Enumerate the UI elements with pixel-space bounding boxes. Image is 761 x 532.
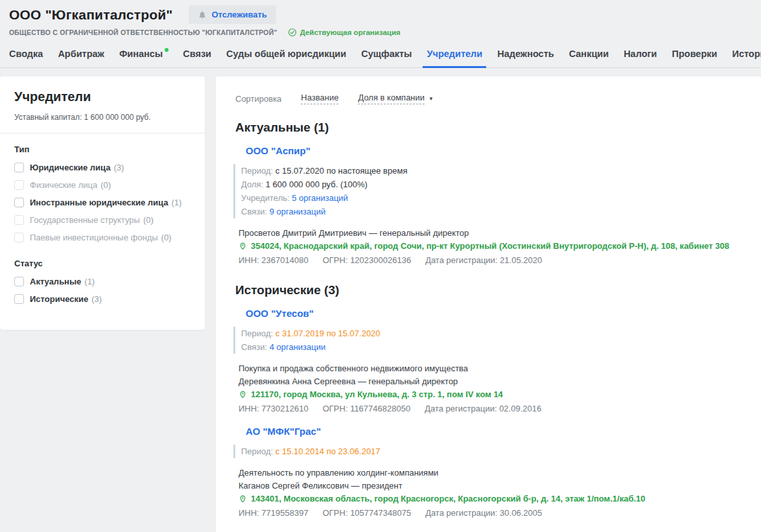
founders-count-link[interactable]: 5 организаций	[292, 193, 348, 203]
reg-label: Дата регистрации:	[425, 255, 497, 265]
reg-value: 7730212610	[261, 404, 308, 413]
filter-status-historical[interactable]: Исторические (3)	[14, 294, 191, 305]
fact-label: Период:	[241, 166, 273, 176]
reg-value: 2367014080	[261, 255, 308, 265]
filter-legal-entities[interactable]: Юридические лица (3)	[14, 163, 191, 173]
reg-value: 02.09.2016	[499, 404, 541, 413]
filter-label: Исторические	[30, 294, 88, 305]
tab-proverki[interactable]: Проверки	[672, 46, 718, 67]
address-text: 121170, город Москва, ул Кульнева, д. 3 …	[251, 388, 503, 401]
filter-individuals: Физические лица (0)	[14, 180, 191, 191]
page-header: ООО "Югкапиталстрой" Отслеживать ОБЩЕСТВ…	[0, 0, 761, 68]
checkbox-icon	[14, 233, 24, 242]
fact-label: Период:	[241, 329, 273, 338]
tab-svyazi[interactable]: Связи	[183, 46, 211, 67]
filter-count: (0)	[161, 233, 172, 243]
founder-entry-mfk-gras: АО "МФК"Грас" Период: с 15.10.2014 по 23…	[235, 426, 742, 520]
tab-bar: Сводка Арбитраж Финансы Связи Суды общей…	[0, 43, 761, 68]
founder-link[interactable]: ООО "Аспир"	[246, 145, 310, 156]
reg-label: ИНН:	[239, 255, 259, 265]
checkbox-icon[interactable]	[14, 163, 24, 172]
reg-item: ИНН: 2367014080	[239, 254, 309, 267]
tab-finansy[interactable]: Финансы	[119, 46, 163, 67]
follow-button[interactable]: Отслеживать	[189, 5, 276, 24]
filter-count: (0)	[100, 180, 111, 191]
filter-foreign-legal-entities[interactable]: Иностранные юридические лица (1)	[14, 198, 191, 208]
entry-body: Деятельность по управлению холдинг-компа…	[239, 467, 742, 520]
fact-value: 1 600 000 000 руб. (100%)	[266, 179, 368, 189]
location-pin-icon	[239, 492, 247, 503]
founders-panel: Сортировка Название Доля в компании ▼ Ак…	[216, 76, 761, 532]
status-badge: Действующая организация	[288, 28, 401, 37]
tab-sudy-obshchey-yurisdiktsii[interactable]: Суды общей юрисдикции	[226, 46, 346, 67]
founder-link[interactable]: ООО "Утесов"	[246, 308, 314, 319]
filters-sidebar: Учредители Уставный капитал: 1 600 000 0…	[0, 76, 205, 330]
reg-value: 1167746828050	[350, 404, 410, 413]
filter-label: Паевые инвестиционные фонды	[30, 233, 158, 243]
tab-uchrediteli[interactable]: Учредители	[427, 46, 482, 67]
tab-sanktsii[interactable]: Санкции	[569, 46, 609, 67]
company-title: ООО "Югкапиталстрой"	[9, 7, 173, 23]
reg-item: ИНН: 7730212610	[239, 402, 309, 415]
content-area: Учредители Уставный капитал: 1 600 000 0…	[0, 68, 761, 532]
fact-label: Период:	[241, 446, 273, 456]
fact-label: Связи:	[241, 207, 267, 216]
registration-line: ИНН: 2367014080 ОГРН: 1202300026136 Дата…	[239, 254, 742, 267]
checkbox-icon[interactable]	[14, 277, 24, 286]
facts-block: Период: с 15.07.2020 по настоящее время …	[233, 164, 742, 218]
filter-count: (3)	[113, 163, 124, 173]
checkbox-icon[interactable]	[14, 294, 24, 304]
reg-label: ИНН:	[239, 404, 259, 413]
filter-count: (1)	[84, 277, 95, 287]
checkbox-icon	[14, 180, 24, 190]
charter-capital: Уставный капитал: 1 600 000 000 руб.	[14, 113, 191, 122]
entry-body: Покупка и продажа собственного недвижимо…	[239, 362, 742, 415]
filter-count: (1)	[171, 198, 181, 208]
founder-entry-aspir: ООО "Аспир" Период: с 15.07.2020 по наст…	[235, 145, 742, 267]
filter-label: Иностранные юридические лица	[30, 198, 168, 208]
reg-item: ОГРН: 1057747348075	[323, 507, 411, 520]
connections-count-link[interactable]: 9 организаций	[270, 207, 326, 216]
sidebar-divider	[0, 133, 205, 133]
filter-label: Юридические лица	[30, 163, 110, 173]
company-full-name: ОБЩЕСТВО С ОГРАНИЧЕННОЙ ОТВЕТСТВЕННОСТЬЮ…	[9, 29, 277, 36]
reg-item: Дата регистрации: 21.05.2020	[425, 254, 542, 267]
tab-nadezhnost[interactable]: Надежность	[497, 46, 554, 67]
sort-by-share[interactable]: Доля в компании ▼	[358, 93, 434, 104]
filter-status-actual[interactable]: Актуальные (1)	[14, 277, 191, 287]
reg-item: Дата регистрации: 02.09.2016	[425, 402, 541, 415]
filter-investment-funds: Паевые инвестиционные фонды (0)	[14, 233, 191, 243]
tab-suschfakty[interactable]: Сущфакты	[361, 46, 412, 67]
reg-item: Дата регистрации: 30.06.2005	[425, 507, 542, 520]
sort-by-name[interactable]: Название	[301, 93, 338, 104]
section-title-actual: Актуальные (1)	[235, 121, 742, 135]
entry-body: Просветов Дмитрий Дмитриевич — генеральн…	[239, 227, 742, 267]
reg-value: 7719558397	[261, 508, 308, 518]
checkbox-icon[interactable]	[14, 198, 24, 207]
reg-label: Дата регистрации:	[425, 508, 497, 518]
status-badge-label: Действующая организация	[300, 29, 401, 36]
sort-row: Сортировка Название Доля в компании ▼	[235, 93, 742, 104]
fact-value: с 15.07.2020 по настоящее время	[275, 166, 408, 176]
founder-entry-utesov: ООО "Утесов" Период: с 31.07.2019 по 15.…	[235, 308, 742, 415]
check-circle-icon	[288, 28, 297, 37]
reg-value: 1202300026136	[350, 255, 411, 265]
tab-istoriya[interactable]: История	[732, 46, 761, 67]
reg-item: ОГРН: 1202300026136	[323, 254, 411, 267]
chevron-down-icon: ▼	[428, 96, 434, 102]
tab-svodka[interactable]: Сводка	[9, 46, 43, 67]
reg-label: Дата регистрации:	[425, 404, 497, 413]
checkbox-icon	[14, 215, 24, 225]
location-pin-icon	[239, 240, 247, 250]
fact-label: Доля:	[241, 179, 263, 189]
follow-button-label: Отслеживать	[212, 10, 267, 19]
founder-link[interactable]: АО "МФК"Грас"	[246, 426, 321, 437]
registration-line: ИНН: 7719558397 ОГРН: 1057747348075 Дата…	[239, 507, 742, 520]
director-line: Деревянкина Анна Сергеевна — генеральный…	[239, 375, 742, 388]
connections-count-link[interactable]: 4 организации	[270, 342, 326, 352]
tab-arbitrazh[interactable]: Арбитраж	[58, 46, 104, 67]
filter-count: (3)	[91, 294, 102, 305]
fact-label: Связи:	[241, 342, 267, 352]
reg-item: ИНН: 7719558397	[239, 507, 309, 520]
tab-nalogi[interactable]: Налоги	[624, 46, 657, 67]
